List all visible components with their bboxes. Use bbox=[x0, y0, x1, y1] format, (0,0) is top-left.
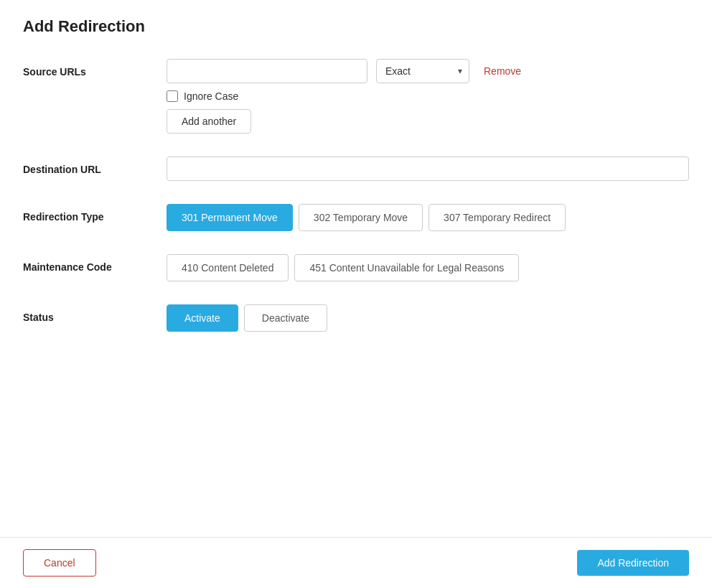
source-urls-field: Exact Contains Starts With Ends With Reg… bbox=[167, 59, 689, 134]
form-container: Add Redirection Source URLs Exact Contai… bbox=[0, 0, 712, 537]
status-group: Activate Deactivate bbox=[167, 304, 689, 332]
destination-url-row: Destination URL bbox=[23, 157, 689, 181]
deactivate-button[interactable]: Deactivate bbox=[244, 304, 327, 332]
type-btn-302[interactable]: 302 Temporary Move bbox=[299, 204, 423, 231]
source-url-input[interactable] bbox=[167, 59, 367, 83]
add-another-button[interactable]: Add another bbox=[167, 109, 251, 134]
ignore-case-checkbox[interactable] bbox=[167, 90, 178, 102]
footer: Cancel Add Redirection bbox=[0, 537, 712, 588]
redirection-type-group: 301 Permanent Move 302 Temporary Move 30… bbox=[167, 204, 689, 231]
maintenance-code-group: 410 Content Deleted 451 Content Unavaila… bbox=[167, 254, 689, 281]
maintenance-btn-410[interactable]: 410 Content Deleted bbox=[167, 254, 289, 281]
destination-url-input[interactable] bbox=[167, 157, 689, 181]
ignore-case-label[interactable]: Ignore Case bbox=[184, 90, 238, 102]
maintenance-btn-451[interactable]: 451 Content Unavailable for Legal Reason… bbox=[294, 254, 519, 281]
page-title: Add Redirection bbox=[23, 17, 689, 36]
redirection-type-label: Redirection Type bbox=[23, 204, 167, 223]
destination-url-label: Destination URL bbox=[23, 157, 167, 175]
redirection-type-row: Redirection Type 301 Permanent Move 302 … bbox=[23, 204, 689, 231]
page-container: Add Redirection Source URLs Exact Contai… bbox=[0, 0, 712, 588]
activate-button[interactable]: Activate bbox=[167, 304, 238, 332]
match-type-select[interactable]: Exact Contains Starts With Ends With Reg… bbox=[376, 59, 469, 83]
status-row: Status Activate Deactivate bbox=[23, 304, 689, 332]
source-urls-row: Source URLs Exact Contains Starts With E… bbox=[23, 59, 689, 134]
source-url-input-row: Exact Contains Starts With Ends With Reg… bbox=[167, 59, 689, 83]
type-btn-301[interactable]: 301 Permanent Move bbox=[167, 204, 293, 231]
maintenance-code-field: 410 Content Deleted 451 Content Unavaila… bbox=[167, 254, 689, 281]
maintenance-code-label: Maintenance Code bbox=[23, 254, 167, 273]
destination-url-field bbox=[167, 157, 689, 181]
status-field: Activate Deactivate bbox=[167, 304, 689, 332]
match-type-select-wrapper: Exact Contains Starts With Ends With Reg… bbox=[376, 59, 469, 83]
redirection-type-field: 301 Permanent Move 302 Temporary Move 30… bbox=[167, 204, 689, 231]
cancel-button[interactable]: Cancel bbox=[23, 549, 96, 577]
status-label: Status bbox=[23, 304, 167, 323]
maintenance-code-row: Maintenance Code 410 Content Deleted 451… bbox=[23, 254, 689, 281]
ignore-case-row: Ignore Case bbox=[167, 90, 689, 102]
source-urls-label: Source URLs bbox=[23, 59, 167, 78]
type-btn-307[interactable]: 307 Temporary Redirect bbox=[428, 204, 566, 231]
add-redirection-button[interactable]: Add Redirection bbox=[577, 550, 689, 576]
remove-link[interactable]: Remove bbox=[484, 65, 521, 77]
